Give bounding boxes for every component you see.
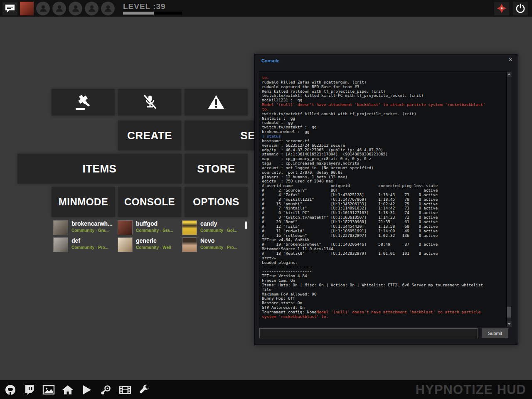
friend-row[interactable]: buffgod Community - Gra... <box>118 220 181 236</box>
store-label: STORE <box>197 163 235 175</box>
console-button[interactable]: CONSOLE <box>118 187 181 217</box>
github-link[interactable] <box>4 384 17 396</box>
avatar <box>118 237 133 252</box>
user-avatar[interactable] <box>20 2 34 15</box>
scroll-up-button[interactable] <box>507 71 512 77</box>
friend-status: Community - Gra... <box>136 228 173 233</box>
friend-name: def <box>71 237 108 244</box>
steam-icon <box>100 384 112 396</box>
scroll-down-button[interactable] <box>507 321 512 327</box>
friend-name: generic <box>136 237 171 244</box>
friend-name: brokencarwh... <box>71 220 113 227</box>
console-label: CONSOLE <box>124 196 175 208</box>
party-slot[interactable] <box>52 2 66 15</box>
scrollbar-thumb[interactable] <box>507 307 511 318</box>
steam-group-link[interactable] <box>100 384 112 396</box>
quit-button[interactable] <box>513 2 528 15</box>
close-icon[interactable]: × <box>509 56 512 64</box>
topbar: LEVEL :39 <box>0 0 532 17</box>
items-label: ITEMS <box>83 163 117 175</box>
items-button[interactable]: ITEMS <box>17 154 182 184</box>
customization-link[interactable] <box>138 384 150 396</box>
friend-status: Community - Pro... <box>200 245 237 250</box>
chevron-up-icon <box>507 73 511 75</box>
avatar <box>118 220 133 235</box>
console-scrollbar[interactable] <box>506 71 511 327</box>
avatar <box>182 220 197 235</box>
level-block: LEVEL :39 <box>123 2 182 15</box>
report-button[interactable] <box>185 89 248 116</box>
wrench-icon <box>139 384 150 395</box>
friend-status: Community - Gol... <box>200 228 237 233</box>
person-icon <box>55 4 64 12</box>
console-window: Console × to.rudwald killed Zafus with s… <box>254 54 517 345</box>
options-button[interactable]: OPTIONS <box>185 187 248 217</box>
friend-name: candy <box>200 220 237 227</box>
movies-link[interactable] <box>119 384 131 396</box>
gavel-icon <box>73 93 94 111</box>
matchmaking-badge-button[interactable] <box>494 2 509 15</box>
person-icon <box>71 4 80 12</box>
avatar <box>53 237 68 252</box>
person-icon <box>88 4 96 12</box>
store-button[interactable]: STORE <box>185 154 248 184</box>
friend-row[interactable]: candy Community - Gol... <box>182 220 245 236</box>
friend-status: Community - Well <box>136 245 171 250</box>
friend-status: Community - Pro... <box>71 245 108 250</box>
chat-button[interactable] <box>2 2 17 15</box>
party-slot[interactable] <box>69 2 82 15</box>
twitch-icon <box>24 384 35 396</box>
console-title: Console <box>261 58 279 63</box>
party-slot[interactable] <box>85 2 99 15</box>
github-icon <box>5 384 16 396</box>
banner-link[interactable] <box>42 384 55 396</box>
level-progress-fill <box>123 12 154 15</box>
chevron-down-icon <box>507 323 511 325</box>
home-icon <box>62 384 74 395</box>
power-icon <box>515 3 525 13</box>
console-output: to.rudwald killed Zafus with scattergun.… <box>259 71 511 327</box>
party-slot[interactable] <box>101 2 115 15</box>
twitch-link[interactable] <box>23 384 36 396</box>
options-label: OPTIONS <box>193 196 239 208</box>
party-slot[interactable] <box>36 2 50 15</box>
chat-icon <box>5 3 15 13</box>
muted-mic-icon <box>141 94 158 111</box>
friend-status: Community - Gra... <box>71 228 113 233</box>
warning-icon <box>207 94 225 110</box>
banner-icon <box>42 384 55 395</box>
friend-row[interactable]: def Community - Pro... <box>53 237 116 253</box>
create-server-button[interactable]: CREATE <box>118 121 181 150</box>
bottombar: HYPNOTIZE HUD <box>0 380 532 399</box>
play-icon <box>82 384 92 395</box>
level-progress-bar <box>123 12 182 15</box>
friend-row[interactable]: generic Community - Well <box>118 237 181 253</box>
submit-button[interactable]: Submit <box>482 328 508 338</box>
person-icon <box>104 4 112 12</box>
friend-row[interactable]: Nevo Community - Pro... <box>182 237 245 253</box>
level-label: LEVEL :39 <box>123 2 182 11</box>
minmode-label: MINMODE <box>59 196 108 208</box>
video-link[interactable] <box>81 384 93 396</box>
friends-scrollbar[interactable] <box>245 222 247 229</box>
film-icon <box>119 385 131 395</box>
vote-button[interactable] <box>52 89 115 116</box>
home-link[interactable] <box>62 384 74 396</box>
mute-button[interactable] <box>118 89 181 116</box>
create-label: CREATE <box>127 129 172 142</box>
friend-row[interactable]: brokencarwh... Community - Gra... <box>53 220 116 236</box>
minmode-button[interactable]: MINMODE <box>52 187 115 217</box>
person-icon <box>39 4 47 12</box>
friend-name: buffgod <box>136 220 173 227</box>
console-input[interactable] <box>259 328 478 338</box>
avatar <box>182 237 197 252</box>
friend-name: Nevo <box>200 237 237 244</box>
avatar <box>53 220 68 235</box>
hud-brand: HYPNOTIZE HUD <box>416 382 528 397</box>
red-badge-icon <box>496 3 507 14</box>
